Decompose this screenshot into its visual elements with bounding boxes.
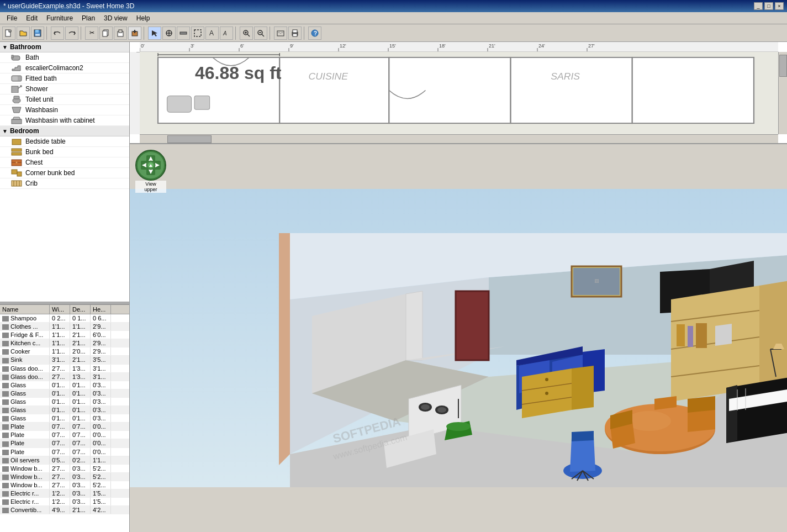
copy-button[interactable] bbox=[99, 27, 113, 40]
tree-item-crib[interactable]: Crib bbox=[0, 178, 129, 189]
list-cell: 0 2... bbox=[50, 314, 70, 322]
undo-button[interactable] bbox=[51, 27, 64, 40]
tree-item-escalier[interactable]: escalierColimacon2 bbox=[0, 63, 129, 73]
minimize-button[interactable]: _ bbox=[754, 2, 763, 10]
create-room-button[interactable] bbox=[191, 27, 204, 40]
help-button[interactable]: ? bbox=[308, 27, 321, 40]
tree-item-bunk-bed[interactable]: Bunk bed bbox=[0, 147, 129, 157]
tree-item-washbasin-cabinet[interactable]: Washbasin with cabinet bbox=[0, 115, 129, 126]
list-cell: 0'3... bbox=[91, 414, 111, 422]
tree-item-bedside-table[interactable]: Bedside table bbox=[0, 136, 129, 147]
menu-help[interactable]: Help bbox=[132, 13, 155, 23]
pan-mode-button[interactable] bbox=[162, 27, 176, 40]
nav-circle[interactable] bbox=[135, 150, 166, 181]
col-width[interactable]: Wi... bbox=[50, 305, 70, 314]
create-wall-button[interactable] bbox=[177, 27, 190, 40]
plan-content[interactable]: CUISINE SARIS 46.88 sq ft bbox=[140, 52, 778, 134]
print-button[interactable] bbox=[288, 27, 302, 40]
save-button[interactable] bbox=[31, 27, 44, 40]
zoom-out-button[interactable] bbox=[254, 27, 267, 40]
zoom-in-button[interactable] bbox=[240, 27, 253, 40]
plan-view[interactable]: 0' 3' 6' 9' 12' 15' 18' 21' 24' bbox=[130, 42, 787, 144]
open-button[interactable] bbox=[17, 27, 30, 40]
menu-edit[interactable]: Edit bbox=[22, 13, 42, 23]
list-row[interactable]: Plate0'7...0'7...0'0... bbox=[0, 439, 129, 447]
svg-text:A: A bbox=[223, 30, 227, 36]
list-row[interactable]: Glass0'1...0'1...0'3... bbox=[0, 381, 129, 389]
maximize-button[interactable]: □ bbox=[764, 2, 773, 10]
list-row[interactable]: Window b...2'7...0'3...5'2... bbox=[0, 465, 129, 473]
list-cell: 0'1... bbox=[70, 406, 91, 414]
list-row[interactable]: Plate0'7...0'7...0'0... bbox=[0, 423, 129, 431]
plan-vscroll-thumb[interactable] bbox=[779, 55, 787, 77]
col-depth[interactable]: De... bbox=[70, 305, 91, 314]
list-cell: 0'5... bbox=[50, 456, 70, 464]
list-row[interactable]: Glass doo...2'7...1'3...3'1... bbox=[0, 373, 129, 381]
list-row[interactable]: Glass0'1...0'1...0'3... bbox=[0, 398, 129, 406]
sep4 bbox=[235, 27, 237, 40]
plan-vscrollbar[interactable] bbox=[778, 52, 787, 134]
tree-item-bath[interactable]: Bath bbox=[0, 52, 129, 63]
list-row[interactable]: Oil servers0'5...0'2...1'1... bbox=[0, 456, 129, 465]
category-bedroom[interactable]: ▼ Bedroom bbox=[0, 126, 129, 136]
list-row[interactable]: Electric r...1'2...0'3...1'5... bbox=[0, 489, 129, 498]
fitted-bath-icon bbox=[11, 75, 22, 82]
title-bar-controls[interactable]: _ □ × bbox=[754, 2, 784, 10]
list-row[interactable]: Fridge & F...1'1...2'1...6'0... bbox=[0, 331, 129, 339]
list-row[interactable]: Glass doo...2'7...1'3...3'1... bbox=[0, 365, 129, 373]
title-text: * userGuideExample.sh3d - Sweet Home 3D bbox=[3, 2, 134, 10]
list-row[interactable]: Window b...2'7...0'3...5'2... bbox=[0, 481, 129, 489]
create-text-button[interactable]: A bbox=[220, 27, 233, 40]
list-cell: 2'7... bbox=[50, 473, 70, 481]
list-row[interactable]: Plate0'7...0'7...0'0... bbox=[0, 448, 129, 456]
tree-item-fitted-bath[interactable]: Fitted bath bbox=[0, 73, 129, 84]
list-row[interactable]: Shampoo0 2...0 1...0 6... bbox=[0, 314, 129, 323]
add-furniture-button[interactable] bbox=[128, 27, 141, 40]
tree-item-toilet[interactable]: Toilet unit bbox=[0, 94, 129, 105]
list-cell: Plate bbox=[0, 439, 50, 447]
svg-rect-81 bbox=[632, 57, 754, 123]
list-row[interactable]: Cooker1'1...2'0...2'9... bbox=[0, 347, 129, 356]
list-row[interactable]: Electric r...1'2...0'3...1'5... bbox=[0, 498, 129, 506]
select-mode-button[interactable] bbox=[148, 27, 161, 40]
plan-hscrollbar[interactable] bbox=[140, 134, 778, 143]
svg-rect-32 bbox=[12, 55, 13, 58]
list-cell: Glass bbox=[0, 398, 50, 405]
create-dimension-button[interactable]: A bbox=[205, 27, 219, 40]
list-row[interactable]: Kitchen c...1'1...2'1...2'9... bbox=[0, 339, 129, 347]
list-row[interactable]: Glass0'1...0'1...0'3... bbox=[0, 414, 129, 423]
col-name[interactable]: Name bbox=[0, 305, 50, 314]
redo-button[interactable] bbox=[65, 27, 78, 40]
svg-rect-128 bbox=[696, 323, 707, 348]
nav-control[interactable]: View upper bbox=[135, 150, 166, 181]
furniture-tree[interactable]: ▼ Bathroom Bath escalierColimacon2 Fitte… bbox=[0, 42, 129, 302]
tree-item-corner-bunk[interactable]: Corner bunk bed bbox=[0, 168, 129, 178]
furniture-list-rows[interactable]: Shampoo0 2...0 1...0 6...Clothes ...1'1.… bbox=[0, 314, 129, 514]
close-button[interactable]: × bbox=[775, 2, 784, 10]
list-row[interactable]: Window b...2'7...0'3...5'2... bbox=[0, 473, 129, 481]
category-bathroom[interactable]: ▼ Bathroom bbox=[0, 42, 129, 52]
svg-text:0': 0' bbox=[141, 43, 145, 49]
cut-button[interactable]: ✂ bbox=[85, 27, 98, 40]
tree-item-chest[interactable]: Chest bbox=[0, 157, 129, 168]
plan-hscroll-thumb[interactable] bbox=[167, 135, 212, 143]
menu-3dview[interactable]: 3D view bbox=[99, 13, 132, 23]
tree-item-washbasin[interactable]: Washbasin bbox=[0, 105, 129, 115]
col-height[interactable]: He... bbox=[91, 305, 111, 314]
list-row[interactable]: Clothes ...1'1...1'1...2'9... bbox=[0, 323, 129, 331]
list-row[interactable]: Plate0'7...0'7...0'0... bbox=[0, 431, 129, 439]
paste-button[interactable] bbox=[114, 27, 127, 40]
tree-item-shower[interactable]: Shower bbox=[0, 84, 129, 94]
list-row[interactable]: Convertib...4'9...2'1...4'2... bbox=[0, 506, 129, 514]
menu-file[interactable]: File bbox=[2, 13, 22, 23]
svg-marker-107 bbox=[279, 233, 290, 465]
list-row[interactable]: Glass0'1...0'1...0'3... bbox=[0, 406, 129, 414]
menu-furniture[interactable]: Furniture bbox=[42, 13, 77, 23]
import-background-button[interactable] bbox=[274, 27, 287, 40]
view-3d[interactable]: View upper bbox=[130, 144, 787, 532]
svg-rect-87 bbox=[167, 96, 192, 112]
new-button[interactable] bbox=[2, 27, 15, 40]
list-row[interactable]: Glass0'1...0'1...0'3... bbox=[0, 389, 129, 398]
list-row[interactable]: Sink3'1...2'1...3'5... bbox=[0, 356, 129, 364]
menu-plan[interactable]: Plan bbox=[77, 13, 99, 23]
